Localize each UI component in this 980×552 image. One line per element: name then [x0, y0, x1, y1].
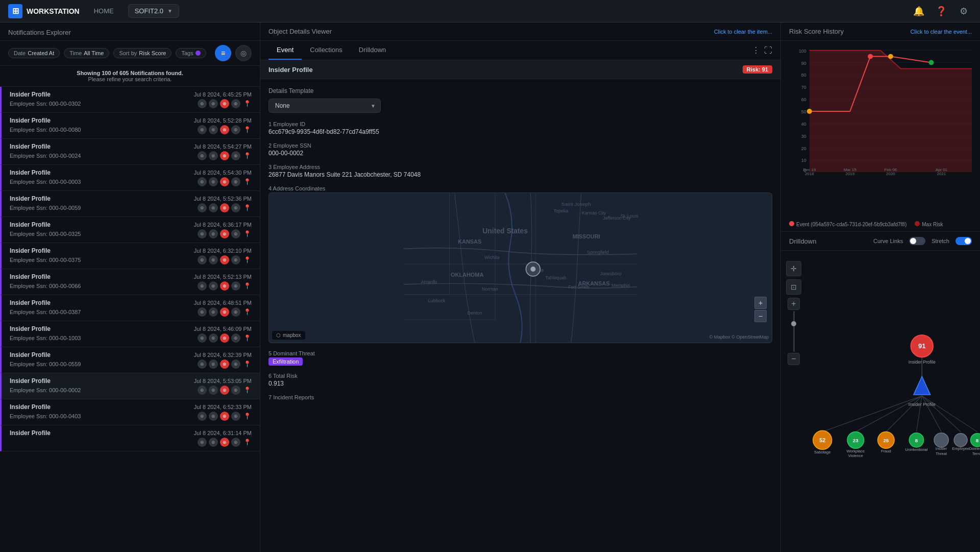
notification-title: Insider Profile: [10, 195, 51, 202]
list-item[interactable]: Insider Profile Jul 8 2024, 6:36:17 PM E…: [0, 217, 260, 243]
tags-dot: [195, 51, 201, 56]
zoom-in-button[interactable]: +: [754, 297, 767, 309]
tags-filter-chip[interactable]: Tags: [176, 48, 206, 58]
curve-links-toggle[interactable]: [909, 237, 925, 245]
time-filter-chip[interactable]: Time All Time: [64, 48, 109, 58]
more-options-icon[interactable]: ⋮: [752, 45, 760, 55]
event-content: Details Template None 1 Employee ID 6cc6…: [260, 79, 780, 552]
settings-icon[interactable]: ⚙: [955, 3, 972, 19]
svg-text:40: 40: [801, 122, 806, 127]
tab-label: SOFIT2.0: [135, 7, 163, 15]
notification-date: Jul 8 2024, 5:52:28 PM: [194, 117, 252, 124]
notif-icon-3: ⊗: [220, 177, 229, 186]
list-item[interactable]: Insider Profile Jul 8 2024, 5:53:05 PM E…: [0, 373, 260, 399]
filter-bar: Date Created At Time All Time Sort by Ri…: [0, 41, 260, 66]
middle-panel-header: Object Details Viewer Click to clear the…: [260, 22, 780, 41]
list-item[interactable]: Insider Profile Jul 8 2024, 5:54:30 PM E…: [0, 165, 260, 191]
zoom-minus-btn[interactable]: −: [788, 353, 800, 365]
field-employee-id: 1 Employee ID 6cc679c9-9935-4d6f-bd82-77…: [268, 121, 772, 135]
tab-drilldown[interactable]: Drilldown: [351, 41, 394, 60]
svg-text:MISSOURI: MISSOURI: [573, 233, 600, 239]
notification-date: Jul 8 2024, 5:54:30 PM: [194, 170, 252, 176]
fit-control[interactable]: ⊡: [786, 279, 801, 295]
list-item[interactable]: Insider Profile Jul 8 2024, 6:45:25 PM E…: [0, 87, 260, 113]
expand-icon[interactable]: ⛶: [764, 46, 772, 55]
field-label-2: 2 Employee SSN: [268, 142, 772, 149]
notif-icon-4: ⊕: [231, 281, 240, 291]
svg-text:Fraud: Fraud: [881, 449, 891, 453]
list-item[interactable]: Insider Profile Jul 8 2024, 6:31:14 PM ⊕…: [0, 425, 260, 451]
svg-text:Springfield: Springfield: [587, 250, 608, 255]
notification-subtitle: Employee Ssn: 000-00-0080: [10, 127, 81, 133]
svg-text:Sabotage: Sabotage: [814, 450, 830, 454]
notification-title: Insider Profile: [10, 117, 51, 124]
tab-collections[interactable]: Collections: [302, 41, 351, 60]
zoom-out-button[interactable]: −: [754, 310, 767, 322]
notification-date: Jul 8 2024, 5:54:27 PM: [194, 143, 252, 150]
location-icon: 📍: [242, 203, 252, 212]
notification-subtitle: Employee Ssn: 000-00-0375: [10, 257, 81, 263]
list-item[interactable]: Insider Profile Jul 8 2024, 5:46:09 PM E…: [0, 321, 260, 347]
svg-text:Topeka: Topeka: [554, 208, 569, 213]
clear-item-link[interactable]: Click to clear the item...: [714, 29, 772, 35]
list-item[interactable]: Insider Profile Jul 8 2024, 6:48:51 PM E…: [0, 295, 260, 321]
filter-target-icon[interactable]: ◎: [235, 45, 252, 61]
location-icon: 📍: [242, 281, 252, 291]
risk-history-title: Risk Score History: [789, 28, 844, 35]
date-filter-chip[interactable]: Date Created At: [8, 48, 60, 58]
svg-text:Tahlequah: Tahlequah: [545, 275, 566, 280]
notification-date: Jul 8 2024, 6:36:17 PM: [194, 222, 252, 228]
notif-icon-1: ⊕: [198, 229, 207, 238]
sort-filter-chip[interactable]: Sort by Risk Score: [113, 48, 172, 58]
zoom-plus-btn[interactable]: +: [788, 298, 800, 310]
list-item[interactable]: Insider Profile Jul 8 2024, 5:52:13 PM E…: [0, 269, 260, 295]
notif-icon-1: ⊕: [198, 125, 207, 134]
sofit-tab[interactable]: SOFIT2.0 ▼: [128, 4, 179, 18]
details-template-select[interactable]: None: [268, 99, 381, 113]
zoom-slider[interactable]: + −: [786, 298, 801, 365]
notification-date: Jul 8 2024, 6:45:25 PM: [194, 91, 252, 98]
tab-event[interactable]: Event: [268, 41, 302, 60]
map-svg: United States Saint Joseph Topeka Kansas…: [269, 193, 772, 343]
list-item[interactable]: Insider Profile Jul 8 2024, 5:52:36 PM E…: [0, 191, 260, 217]
notif-icon-4: ⊕: [231, 333, 240, 343]
main-layout: Notifications Explorer Date Created At T…: [0, 22, 980, 552]
svg-point-47: [807, 109, 812, 114]
filter-active-icon[interactable]: ≡: [215, 45, 231, 61]
svg-text:30: 30: [801, 134, 806, 139]
notification-icons: ⊕ ⊗ ⊗ ⊕ 📍: [198, 359, 252, 369]
notification-icons: ⊕ ⊗ ⊗ ⊕ 📍: [198, 307, 252, 317]
list-item[interactable]: Insider Profile Jul 8 2024, 5:54:27 PM E…: [0, 139, 260, 165]
home-link[interactable]: HOME: [88, 4, 120, 18]
map-zoom-controls: + −: [754, 297, 767, 322]
pan-control[interactable]: ✛: [786, 261, 801, 276]
svg-text:Workplace: Workplace: [846, 449, 865, 453]
help-icon[interactable]: ❓: [933, 3, 949, 19]
list-item[interactable]: Insider Profile Jul 8 2024, 6:32:10 PM E…: [0, 243, 260, 269]
middle-tab-bar: Event Collections Drilldown ⋮ ⛶: [260, 41, 780, 60]
notification-title: Insider Profile: [10, 169, 51, 176]
svg-text:2019: 2019: [845, 172, 854, 176]
list-item[interactable]: Insider Profile Jul 8 2024, 6:52:33 PM E…: [0, 399, 260, 425]
details-template-wrapper: None: [268, 99, 381, 113]
notification-title: Insider Profile: [10, 247, 51, 254]
svg-text:Norman: Norman: [482, 286, 498, 292]
notification-subtitle: Employee Ssn: 000-00-1003: [10, 335, 81, 341]
legend-max-risk: Max Risk: [922, 222, 943, 227]
notif-icon-3: ⊗: [220, 281, 229, 291]
svg-text:Insider: Insider: [936, 446, 947, 451]
sort-value: Risk Score: [139, 50, 166, 56]
list-item[interactable]: Insider Profile Jul 8 2024, 6:32:39 PM E…: [0, 347, 260, 373]
clear-event-link[interactable]: Click to clear the event...: [911, 29, 972, 35]
sort-label: Sort by: [119, 50, 137, 56]
svg-text:Memphis: Memphis: [611, 283, 630, 288]
left-panel-header: Notifications Explorer: [0, 22, 260, 41]
drilldown-title: Drilldown: [789, 237, 816, 245]
app-logo: ⊞ WORKSTATION: [8, 4, 80, 18]
map-credit: © Mapbox © OpenStreetMap: [709, 334, 769, 340]
list-item[interactable]: Insider Profile Jul 8 2024, 5:52:28 PM E…: [0, 113, 260, 139]
field-employee-ssn: 2 Employee SSN 000-00-0002: [268, 142, 772, 157]
stretch-toggle[interactable]: [955, 237, 972, 245]
notifications-icon[interactable]: 🔔: [911, 3, 927, 19]
notif-icon-2: ⊗: [209, 203, 218, 212]
